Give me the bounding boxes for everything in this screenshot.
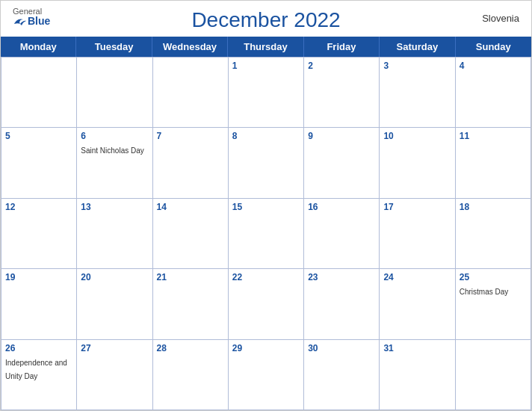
day-number: 15 [232,202,300,212]
weekday-saturday: Saturday [380,37,455,57]
day-number: 21 [157,272,224,282]
weekday-monday: Monday [1,37,76,57]
day-cell: 2 [304,58,380,128]
day-event: Saint Nicholas Day [81,146,143,155]
day-event: Christmas Day [460,288,509,296]
day-cell: 11 [456,128,531,198]
calendar-grid: 123456Saint Nicholas Day7891011121314151… [1,57,531,410]
day-cell: 19 [1,269,77,339]
day-number: 10 [383,131,451,141]
country-label: Slovenia [482,13,519,24]
day-cell: 16 [304,199,380,269]
day-number: 26 [5,343,72,353]
day-number: 30 [308,343,375,353]
day-cell: 20 [77,269,152,339]
weekday-wednesday: Wednesday [152,37,228,57]
day-cell: 1 [229,58,304,128]
calendar-title: December 2022 [191,8,340,32]
day-number: 11 [460,131,527,141]
day-cell: 27 [77,340,152,410]
day-cell: 15 [229,199,304,269]
logo-blue: Blue [13,16,50,27]
day-cell: 5 [1,128,77,198]
day-number: 12 [5,202,72,212]
weekday-friday: Friday [304,37,380,57]
day-number: 28 [157,343,224,353]
day-cell: 10 [380,128,455,198]
day-number: 19 [5,272,72,282]
day-cell: 25Christmas Day [456,269,531,339]
day-number: 9 [308,131,375,141]
day-number: 2 [308,61,375,71]
day-cell: 18 [456,199,531,269]
weekday-header: Monday Tuesday Wednesday Thursday Friday… [1,37,531,57]
day-cell: 4 [456,58,531,128]
day-number: 4 [460,61,527,71]
day-number: 20 [81,272,148,282]
day-number: 22 [232,272,300,282]
logo: General Blue [13,7,50,27]
day-cell: 14 [153,199,229,269]
day-number: 5 [5,131,72,141]
day-number: 1 [232,61,300,71]
day-number: 29 [232,343,300,353]
day-number: 16 [308,202,375,212]
day-cell: 9 [304,128,380,198]
day-cell: 17 [380,199,455,269]
day-cell: 30 [304,340,380,410]
calendar-header: General Blue December 2022 Slovenia [1,1,531,37]
day-cell: 13 [77,199,152,269]
day-number: 24 [383,272,451,282]
day-cell: 21 [153,269,229,339]
day-event: Independence and Unity Day [5,359,67,380]
day-number: 27 [81,343,148,353]
day-cell: 31 [380,340,455,410]
day-number: 18 [460,202,527,212]
weekday-tuesday: Tuesday [76,37,152,57]
day-number: 23 [308,272,375,282]
day-cell: 12 [1,199,77,269]
day-cell: 7 [153,128,229,198]
day-cell: 23 [304,269,380,339]
day-cell: 22 [229,269,304,339]
day-cell [153,58,229,128]
day-number: 14 [157,202,224,212]
day-cell: 26Independence and Unity Day [1,340,77,410]
day-cell: 24 [380,269,455,339]
day-number: 6 [81,131,148,141]
day-number: 17 [383,202,451,212]
day-number: 13 [81,202,148,212]
day-number: 7 [157,131,224,141]
day-cell [456,340,531,410]
logo-bird-icon [13,16,26,27]
day-cell [1,58,77,128]
weekday-sunday: Sunday [456,37,531,57]
day-cell: 28 [153,340,229,410]
day-cell: 6Saint Nicholas Day [77,128,152,198]
weekday-thursday: Thursday [228,37,303,57]
day-number: 25 [460,272,527,282]
day-cell: 3 [380,58,455,128]
calendar-wrapper: General Blue December 2022 Slovenia Mond… [0,0,532,411]
day-cell: 29 [229,340,304,410]
day-number: 3 [383,61,451,71]
day-number: 8 [232,131,300,141]
day-cell [77,58,152,128]
day-number: 31 [383,343,451,353]
day-cell: 8 [229,128,304,198]
